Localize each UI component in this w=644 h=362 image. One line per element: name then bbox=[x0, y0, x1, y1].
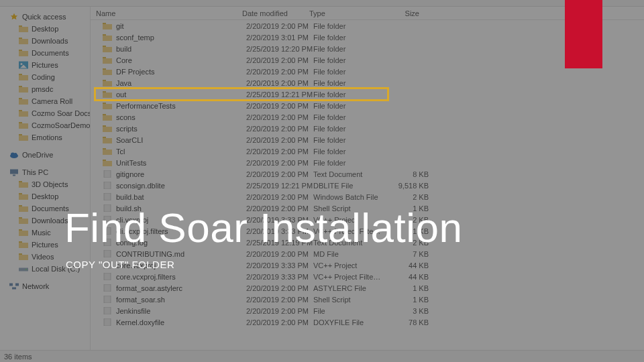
file-row[interactable]: Jenkinsfile2/20/2019 2:00 PMFile3 KB bbox=[91, 305, 644, 316]
column-header-name[interactable]: Name bbox=[91, 9, 237, 17]
file-type: File folder bbox=[313, 79, 386, 87]
nav-item-label: Desktop bbox=[32, 192, 58, 200]
file-name: Core bbox=[116, 56, 246, 64]
svg-rect-1 bbox=[19, 25, 22, 27]
file-row[interactable]: Core2/20/2019 2:00 PMFile folder bbox=[91, 54, 644, 66]
file-date: 2/20/2019 2:00 PM bbox=[246, 22, 313, 30]
svg-rect-38 bbox=[19, 243, 28, 248]
folder-icon bbox=[103, 147, 112, 156]
file-row[interactable]: build2/25/2019 12:20 PMFile folder bbox=[91, 43, 644, 54]
svg-rect-13 bbox=[19, 87, 28, 93]
file-row[interactable]: out2/25/2019 12:21 PMFile folder bbox=[91, 88, 644, 100]
file-date: 2/20/2019 2:00 PM bbox=[246, 102, 313, 110]
file-row[interactable]: Kernel.doxyfile2/20/2019 2:00 PMDOXYFILE… bbox=[91, 316, 644, 328]
file-row[interactable]: PerformanceTests2/20/2019 2:00 PMFile fo… bbox=[91, 100, 644, 111]
svg-rect-62 bbox=[103, 114, 106, 115]
file-row[interactable]: sconf_temp2/20/2019 3:01 PMFile folder bbox=[91, 32, 644, 43]
folder-icon bbox=[103, 56, 112, 64]
file-row[interactable]: git2/20/2019 2:00 PMFile folder bbox=[91, 20, 644, 32]
nav-item[interactable]: Coding bbox=[0, 71, 90, 83]
file-icon bbox=[103, 284, 112, 292]
svg-rect-3 bbox=[19, 38, 22, 39]
folder-icon bbox=[19, 180, 28, 188]
file-name: core.vcxproj.filters bbox=[116, 273, 246, 281]
file-row[interactable]: scripts2/20/2019 2:00 PMFile folder bbox=[91, 123, 644, 134]
folder-icon bbox=[103, 90, 112, 99]
file-date: 2/20/2019 3:01 PM bbox=[246, 34, 313, 42]
file-row[interactable]: format_soar.astylerc2/20/2019 2:00 PMAST… bbox=[91, 282, 644, 294]
file-row[interactable]: gitignore2/20/2019 2:00 PMText Document8… bbox=[91, 168, 644, 180]
file-row[interactable]: sconsign.dblite2/25/2019 12:21 PMDBLITE … bbox=[91, 180, 644, 191]
nav-item[interactable]: Camera Roll bbox=[0, 95, 90, 107]
folder-icon bbox=[103, 125, 112, 133]
file-row[interactable]: Java2/20/2019 2:00 PMFile folder bbox=[91, 77, 644, 88]
svg-rect-32 bbox=[19, 206, 28, 212]
file-name: format_soar.astylerc bbox=[116, 284, 246, 292]
nav-item[interactable]: CozmoSoarDemo bbox=[0, 119, 90, 131]
file-date: 2/20/2019 3:33 PM bbox=[246, 273, 313, 281]
file-name: build bbox=[116, 45, 246, 53]
svg-rect-35 bbox=[19, 229, 22, 231]
file-date: 2/25/2019 12:20 PM bbox=[246, 45, 313, 53]
file-explorer-window: Quick accessDesktopDownloadsDocumentsPic… bbox=[0, 0, 644, 362]
nav-item[interactable]: Emotions bbox=[0, 131, 90, 143]
nav-item-label: Downloads bbox=[32, 217, 68, 225]
nav-item[interactable]: Desktop bbox=[0, 23, 90, 35]
column-headers[interactable]: Name Date modified Type Size bbox=[91, 7, 644, 20]
svg-rect-44 bbox=[15, 284, 19, 286]
file-row[interactable]: core.vcxproj.filters2/20/2019 3:33 PMVC+… bbox=[91, 271, 644, 282]
file-row[interactable]: scons2/20/2019 2:00 PMFile folder bbox=[91, 111, 644, 123]
svg-marker-0 bbox=[11, 13, 17, 19]
file-date: 2/20/2019 2:00 PM bbox=[246, 68, 313, 76]
file-size: 9,518 KB bbox=[386, 182, 437, 190]
column-header-date[interactable]: Date modified bbox=[237, 9, 304, 17]
nav-item[interactable]: Cozmo Soar Docs bbox=[0, 107, 90, 119]
svg-rect-71 bbox=[103, 161, 112, 166]
svg-rect-72 bbox=[104, 170, 111, 178]
file-type: File folder bbox=[313, 136, 386, 144]
file-name: UnitTests bbox=[116, 159, 246, 167]
file-type: VC++ Project Filte… bbox=[313, 273, 386, 281]
file-row[interactable]: build.bat2/20/2019 2:00 PMWindows Batch … bbox=[91, 191, 644, 202]
svg-rect-11 bbox=[19, 75, 28, 80]
nav-item[interactable]: Desktop bbox=[0, 190, 90, 202]
navigation-pane[interactable]: Quick accessDesktopDownloadsDocumentsPic… bbox=[0, 7, 91, 350]
svg-rect-83 bbox=[104, 296, 111, 303]
nav-item-label: Emotions bbox=[32, 133, 62, 141]
nav-item[interactable]: Network bbox=[0, 280, 90, 292]
folder-icon bbox=[103, 34, 112, 42]
nav-item-label: Pictures bbox=[32, 61, 58, 69]
svg-point-8 bbox=[21, 63, 23, 65]
nav-item[interactable]: Pictures bbox=[0, 59, 90, 71]
file-date: 2/20/2019 2:00 PM bbox=[246, 296, 313, 304]
column-header-size[interactable]: Size bbox=[376, 9, 427, 17]
svg-rect-61 bbox=[103, 104, 112, 109]
column-header-type[interactable]: Type bbox=[304, 9, 376, 17]
file-name: gitignore bbox=[116, 170, 246, 178]
file-list[interactable]: git2/20/2019 2:00 PMFile foldersconf_tem… bbox=[91, 20, 644, 350]
file-row[interactable]: Tcl2/20/2019 2:00 PMFile folder bbox=[91, 145, 644, 157]
file-row[interactable]: UnitTests2/20/2019 2:00 PMFile folder bbox=[91, 157, 644, 168]
svg-rect-54 bbox=[103, 68, 106, 70]
file-type: File folder bbox=[313, 68, 386, 76]
svg-rect-37 bbox=[19, 241, 22, 243]
nav-item-label: Coding bbox=[32, 73, 55, 81]
file-row[interactable]: SoarCLI2/20/2019 2:00 PMFile folder bbox=[91, 134, 644, 145]
file-name: SoarCLI bbox=[116, 136, 246, 144]
nav-item[interactable]: pmsdc bbox=[0, 83, 90, 95]
nav-item[interactable]: Quick access bbox=[0, 11, 90, 23]
nav-item[interactable]: 3D Objects bbox=[0, 178, 90, 190]
svg-rect-85 bbox=[104, 318, 111, 326]
svg-rect-25 bbox=[10, 170, 18, 174]
nav-item[interactable]: Downloads bbox=[0, 35, 90, 47]
status-bar: 36 items bbox=[0, 350, 644, 362]
nav-item[interactable]: Documents bbox=[0, 47, 90, 59]
svg-rect-65 bbox=[103, 127, 112, 132]
svg-rect-39 bbox=[19, 253, 22, 255]
file-row[interactable]: format_soar.sh2/20/2019 2:00 PMShell Scr… bbox=[91, 294, 644, 305]
file-type: File folder bbox=[313, 56, 386, 64]
svg-rect-14 bbox=[19, 98, 22, 99]
file-row[interactable]: DF Projects2/20/2019 2:00 PMFile folder bbox=[91, 66, 644, 77]
nav-item[interactable]: OneDrive bbox=[0, 149, 90, 161]
nav-item[interactable]: This PC bbox=[0, 166, 90, 178]
